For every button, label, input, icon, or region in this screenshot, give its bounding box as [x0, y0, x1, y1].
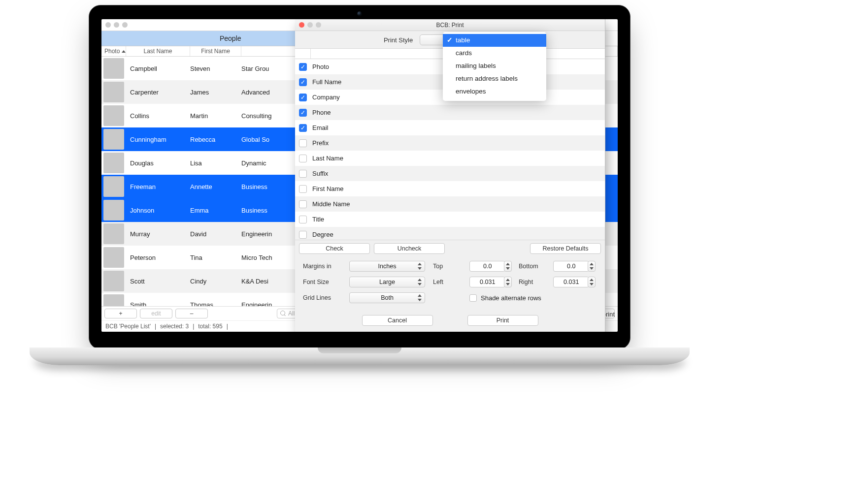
bottom-stepper[interactable] [588, 261, 596, 272]
cell-lastname: Campbell [126, 65, 190, 72]
top-stepper[interactable] [504, 261, 512, 272]
field-label: Email [312, 124, 601, 131]
cell-firstname: Steven [190, 65, 241, 72]
col-lastname[interactable]: Last Name [126, 46, 190, 56]
field-row[interactable]: Email [295, 120, 605, 135]
style-option[interactable]: table [443, 34, 546, 47]
cell-firstname: Thomas [190, 301, 241, 307]
cell-firstname: Cindy [190, 278, 241, 285]
field-buttons: Check Uncheck Restore Defaults [295, 240, 605, 257]
top-label: Top [433, 263, 463, 270]
field-row[interactable]: First Name [295, 181, 605, 196]
screen: People Companies Photo Last Name First N… [101, 19, 618, 332]
shade-checkbox[interactable] [469, 294, 477, 302]
field-checkbox[interactable] [299, 124, 307, 132]
field-row[interactable]: Prefix [295, 135, 605, 151]
avatar [103, 176, 124, 197]
cell-firstname: David [190, 230, 241, 238]
field-checkbox[interactable] [299, 200, 307, 208]
remove-button[interactable]: – [175, 309, 208, 318]
col-photo[interactable]: Photo [101, 46, 126, 56]
field-label: Suffix [312, 170, 601, 177]
grid-lines-value: Both [381, 294, 394, 301]
zoom-icon[interactable] [122, 22, 128, 28]
cell-firstname: Martin [190, 112, 241, 120]
field-label: Phone [312, 109, 601, 116]
field-row[interactable]: Last Name [295, 151, 605, 166]
field-row[interactable]: Title [295, 212, 605, 227]
avatar [103, 271, 124, 291]
field-checkbox[interactable] [299, 94, 307, 101]
print-style-dropdown: tablecardsmailing labelsreturn address l… [443, 32, 546, 101]
avatar [103, 129, 124, 150]
cell-lastname: Smith [126, 301, 190, 307]
bottom-label: Bottom [519, 263, 546, 270]
dialog-zoom-icon [316, 22, 321, 28]
left-label: Left [433, 279, 463, 285]
laptop-base [30, 347, 690, 365]
status-list: BCB 'People List' [105, 323, 151, 330]
restore-defaults-button[interactable]: Restore Defaults [530, 243, 601, 254]
col-firstname[interactable]: First Name [190, 46, 241, 56]
margins-label: Margins in [303, 263, 342, 270]
avatar [103, 200, 124, 220]
cell-lastname: Collins [126, 112, 190, 120]
field-label: First Name [312, 185, 601, 192]
edit-button[interactable]: edit [140, 309, 172, 318]
print-controls: Margins in Inches Top 0.0 Bottom 0.0 Fon… [295, 257, 605, 310]
cell-firstname: Rebecca [190, 136, 241, 143]
field-checkbox[interactable] [299, 216, 307, 223]
avatar [103, 294, 124, 306]
uncheck-button[interactable]: Uncheck [374, 243, 445, 254]
field-checkbox[interactable] [299, 155, 307, 162]
style-option[interactable]: cards [443, 47, 546, 60]
field-row[interactable]: Phone [295, 105, 605, 120]
field-checkbox[interactable] [299, 78, 307, 86]
margins-unit-select[interactable]: Inches [349, 261, 425, 272]
print-button[interactable]: Print [467, 315, 538, 326]
field-checkbox[interactable] [299, 185, 307, 193]
field-checkbox[interactable] [299, 109, 307, 117]
add-button[interactable]: + [104, 309, 137, 318]
dialog-titlebar: BCB: Print [295, 19, 605, 31]
col-photo-label: Photo [104, 48, 120, 55]
left-input[interactable]: 0.031 [469, 277, 505, 287]
print-style-row: Print Style tablecardsmailing labelsretu… [295, 31, 605, 48]
grid-lines-select[interactable]: Both [349, 292, 425, 303]
close-icon[interactable] [105, 22, 111, 28]
field-checkbox[interactable] [299, 231, 307, 239]
field-checkbox[interactable] [299, 63, 307, 71]
style-option[interactable]: return address labels [443, 72, 546, 85]
minimize-icon[interactable] [114, 22, 119, 28]
cell-lastname: Peterson [126, 254, 190, 261]
style-option[interactable]: mailing labels [443, 60, 546, 72]
cell-firstname: Tina [190, 254, 241, 261]
field-row[interactable]: Suffix [295, 166, 605, 181]
cell-lastname: Scott [126, 278, 190, 285]
cell-lastname: Douglas [126, 159, 190, 167]
font-size-select[interactable]: Large [349, 277, 425, 287]
avatar [103, 153, 124, 173]
field-checkbox[interactable] [299, 139, 307, 147]
top-input[interactable]: 0.0 [469, 261, 505, 272]
style-option[interactable]: envelopes [443, 85, 546, 98]
avatar [103, 58, 124, 79]
check-button[interactable]: Check [299, 243, 370, 254]
left-stepper[interactable] [504, 277, 512, 287]
right-input[interactable]: 0.031 [553, 277, 589, 287]
cell-lastname: Carpenter [126, 89, 190, 96]
right-stepper[interactable] [588, 277, 596, 287]
font-label: Font Size [303, 279, 342, 285]
sort-asc-icon [122, 50, 126, 53]
camera-icon [357, 11, 362, 16]
right-label: Right [519, 279, 546, 285]
field-row[interactable]: Middle Name [295, 196, 605, 212]
field-checkbox[interactable] [299, 170, 307, 178]
margins-unit-value: Inches [378, 263, 397, 270]
bottom-input[interactable]: 0.0 [553, 261, 589, 272]
cell-firstname: Annette [190, 183, 241, 190]
field-label: Prefix [312, 139, 601, 147]
cancel-button[interactable]: Cancel [362, 315, 433, 326]
dialog-close-icon[interactable] [299, 22, 304, 28]
field-row[interactable]: Degree [295, 227, 605, 240]
